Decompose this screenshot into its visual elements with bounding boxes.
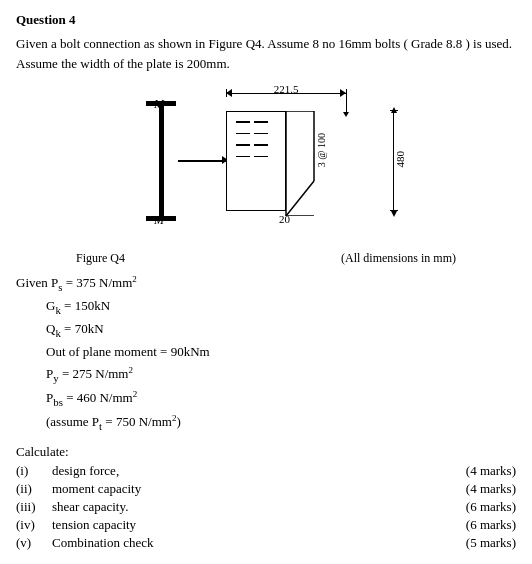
ps-line: Given Ps = 375 N/mm2 [16,272,516,296]
item-num-1: (i) [16,462,52,480]
given-section: Given Ps = 375 N/mm2 Gk = 150kN Qk = 70k… [16,272,516,436]
caption-left: Figure Q4 [76,251,125,266]
figure-caption: Figure Q4 (All dimensions in mm) [76,251,456,266]
item-marks-3: (6 marks) [312,498,516,516]
item-marks-5: (5 marks) [312,534,516,552]
diagram-area: 221.5 M M [126,83,406,243]
pt-line: (assume Pt = 750 N/mm2) [46,411,516,435]
question-title: Question 4 [16,12,516,28]
dim-top-line [226,93,346,94]
dim-right-label: 480 [394,151,406,168]
dim-right-tick-bot [390,210,398,211]
dim-20-label: 20 [279,213,290,225]
item-marks-2: (4 marks) [312,480,516,498]
table-row: (iv) tension capacity (6 marks) [16,516,516,534]
item-num-4: (iv) [16,516,52,534]
item-label-3: shear capacity. [52,498,312,516]
intro-text: Given a bolt connection as shown in Figu… [16,34,516,73]
m-label-top: M [154,97,164,112]
caption-right: (All dimensions in mm) [341,251,456,266]
ibeam [146,101,176,221]
calculate-section: Calculate: (i) design force, (4 marks) (… [16,444,516,552]
item-num-5: (v) [16,534,52,552]
tick-right [346,89,347,97]
pbs-line: Pbs = 460 N/mm2 [46,387,516,411]
svg-line-4 [286,181,314,216]
py-line: Py = 275 N/mm2 [46,363,516,387]
item-num-3: (iii) [16,498,52,516]
table-row: (iii) shear capacity. (6 marks) [16,498,516,516]
dim-right-arrow-dn [391,211,397,217]
dim-right-tick-top [390,110,398,111]
item-label-1: design force, [52,462,312,480]
item-label-2: moment capacity [52,480,312,498]
table-row: (v) Combination check (5 marks) [16,534,516,552]
qk-line: Qk = 70kN [46,319,516,342]
h-arrow-line [178,160,226,162]
moment-line: Out of plane moment = 90kNm [46,342,516,363]
item-label-4: tension capacity [52,516,312,534]
item-num-2: (ii) [16,480,52,498]
table-row: (i) design force, (4 marks) [16,462,516,480]
item-marks-4: (6 marks) [312,516,516,534]
down-arrow-head [343,112,349,117]
3at100-label: 3 @ 100 [316,133,327,167]
m-label-bot: M [154,213,164,228]
table-row: (ii) moment capacity (4 marks) [16,480,516,498]
item-marks-1: (4 marks) [312,462,516,480]
figure-container: 221.5 M M [16,83,516,266]
tick-left [226,89,227,97]
gk-line: Gk = 150kN [46,296,516,319]
bolt-holes [236,121,268,157]
calculate-title: Calculate: [16,444,516,460]
calculate-table: (i) design force, (4 marks) (ii) moment … [16,462,516,552]
item-label-5: Combination check [52,534,312,552]
